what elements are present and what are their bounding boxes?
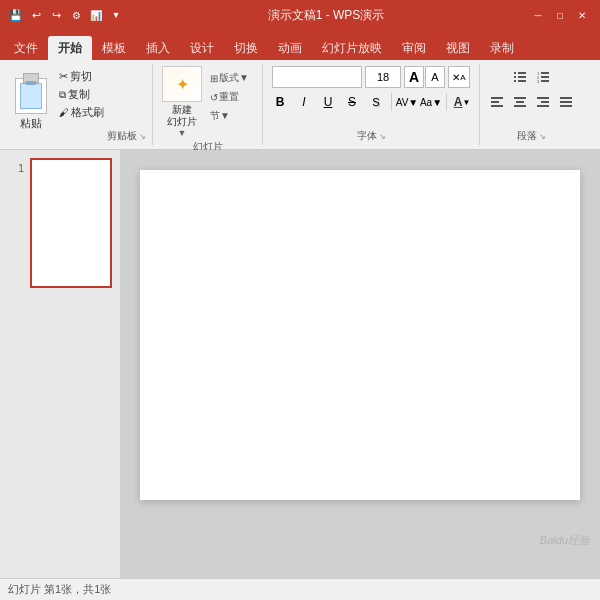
svg-rect-3 [518,76,526,78]
align-left-button[interactable] [486,91,508,113]
maximize-button[interactable]: □ [550,7,570,23]
tab-review[interactable]: 审阅 [392,36,436,60]
font-size-input[interactable]: 18 [365,66,401,88]
font-label: 字体 ↘ [357,127,386,143]
main-area: 1 Baidu经验 [0,150,600,578]
section-button[interactable]: 节▼ [206,108,253,124]
close-button[interactable]: ✕ [572,7,592,23]
title-bar: 💾 ↩ ↪ ⚙ 📊 ▼ 演示文稿1 - WPS演示 ─ □ ✕ [0,0,600,30]
new-slide-icon: ✦ [176,75,189,94]
reset-icon: ↺ [210,92,218,103]
divider [391,93,392,111]
ribbon: 粘贴 ✂ 剪切 ⧉ 复制 🖌 格式刷 剪贴板 ↘ [0,60,600,150]
slide-panel[interactable]: 1 [0,150,120,578]
svg-rect-21 [560,97,572,99]
text-shadow-button[interactable]: S [365,91,387,113]
edit-area[interactable]: Baidu经验 [120,150,600,578]
number-list-button[interactable]: 1.2.3. [532,66,554,88]
reset-button[interactable]: ↺ 重置 [206,89,253,105]
tab-design[interactable]: 设计 [180,36,224,60]
window-controls[interactable]: ─ □ ✕ [528,7,592,23]
slide-number-1: 1 [8,162,24,174]
underline-button[interactable]: U [317,91,339,113]
dropdown-icon[interactable]: ▼ [108,7,124,23]
paste-label: 粘贴 [20,116,42,131]
svg-text:3.: 3. [537,79,540,84]
svg-rect-20 [537,105,549,107]
font-grow-button[interactable]: A [404,66,424,88]
tab-record[interactable]: 录制 [480,36,524,60]
save-icon[interactable]: 💾 [8,7,24,23]
new-slide-dropdown[interactable]: ▼ [178,128,187,138]
paragraph-label: 段落 ↘ [517,127,546,143]
strikethrough-button[interactable]: S [341,91,363,113]
slides-group: ✦ 新建幻灯片 ▼ ⊞ 版式▼ ↺ 重置 节▼ 幻灯片 [153,64,263,145]
redo-icon[interactable]: ↪ [48,7,64,23]
tab-insert[interactable]: 插入 [136,36,180,60]
slide-thumbnail-1[interactable]: 1 [8,158,112,288]
font-name-row: 18 A A ✕A [272,66,470,88]
slide-canvas[interactable] [140,170,580,500]
font-group: 18 A A ✕A B I U S S AV▼ Aa▼ A ▼ 字体 ↘ [263,64,480,145]
settings-icon[interactable]: ⚙ [68,7,84,23]
cut-button[interactable]: ✂ 剪切 [56,68,107,85]
svg-rect-16 [516,101,524,103]
quick-access-toolbar[interactable]: 💾 ↩ ↪ ⚙ 📊 ▼ [8,7,124,23]
tab-template[interactable]: 模板 [92,36,136,60]
minimize-button[interactable]: ─ [528,7,548,23]
svg-rect-14 [491,105,503,107]
svg-rect-0 [514,72,516,74]
watermark: Baidu经验 [540,533,590,548]
new-slide-button[interactable]: ✦ 新建幻灯片 ▼ [162,66,202,138]
font-name-input[interactable] [272,66,362,88]
justify-button[interactable] [555,91,577,113]
font-color-button[interactable]: A ▼ [451,91,473,113]
divider2 [446,93,447,111]
tab-animation[interactable]: 动画 [268,36,312,60]
ribbon-tabs: 文件 开始 模板 插入 设计 切换 动画 幻灯片放映 审阅 视图 录制 [0,30,600,60]
align-row [486,91,577,113]
paragraph-group: 1.2.3. 段落 ↘ [480,64,583,145]
svg-rect-7 [541,72,549,74]
svg-rect-18 [537,97,549,99]
clipboard-expand-icon[interactable]: ↘ [139,132,146,141]
svg-rect-11 [541,80,549,82]
slide-thumb-1[interactable] [30,158,112,288]
clipboard-sub-buttons: ✂ 剪切 ⧉ 复制 🖌 格式刷 [56,66,107,143]
tab-home[interactable]: 开始 [48,36,92,60]
align-right-button[interactable] [532,91,554,113]
change-case-button[interactable]: Aa▼ [420,91,442,113]
scissors-icon: ✂ [59,70,68,83]
font-shrink-button[interactable]: A [425,66,445,88]
char-spacing-button[interactable]: AV▼ [396,91,418,113]
svg-rect-4 [514,80,516,82]
paste-icon [15,78,47,114]
tab-slideshow[interactable]: 幻灯片放映 [312,36,392,60]
bold-button[interactable]: B [269,91,291,113]
paragraph-expand-icon[interactable]: ↘ [539,132,546,141]
font-expand-icon[interactable]: ↘ [379,132,386,141]
chart-icon[interactable]: 📊 [88,7,104,23]
copy-button[interactable]: ⧉ 复制 [56,86,107,103]
svg-rect-13 [491,101,499,103]
layout-button[interactable]: ⊞ 版式▼ [206,70,253,86]
window-title: 演示文稿1 - WPS演示 [130,7,522,24]
layout-icon: ⊞ [210,73,218,84]
tab-transition[interactable]: 切换 [224,36,268,60]
tab-file[interactable]: 文件 [4,36,48,60]
status-bar: 幻灯片 第1张，共1张 [0,578,600,600]
font-format-row: B I U S S AV▼ Aa▼ A ▼ [269,91,473,113]
format-painter-button[interactable]: 🖌 格式刷 [56,104,107,121]
clipboard-label: 剪贴板 ↘ [107,127,146,143]
font-color-dropdown[interactable]: ▼ [462,98,470,107]
svg-rect-15 [514,97,526,99]
paste-button[interactable]: 粘贴 [6,66,56,143]
align-center-button[interactable] [509,91,531,113]
bullet-list-button[interactable] [509,66,531,88]
italic-button[interactable]: I [293,91,315,113]
undo-icon[interactable]: ↩ [28,7,44,23]
svg-rect-12 [491,97,503,99]
format-painter-icon: 🖌 [59,107,69,118]
tab-view[interactable]: 视图 [436,36,480,60]
clear-format-button[interactable]: ✕A [448,66,470,88]
